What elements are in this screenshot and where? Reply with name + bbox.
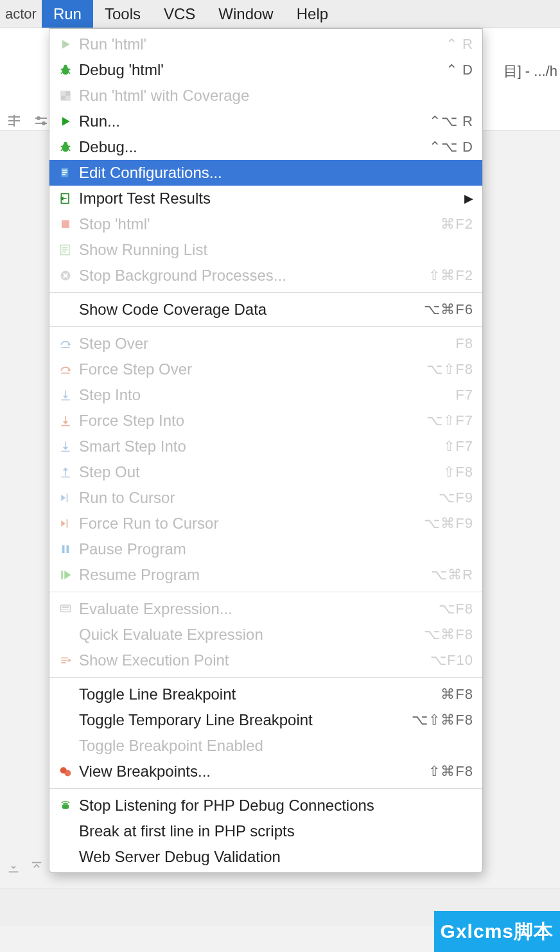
svg-rect-21 <box>61 373 69 374</box>
svg-point-3 <box>64 65 67 69</box>
cursor-icon <box>56 490 75 506</box>
wrap-lines-icon[interactable] <box>6 113 22 128</box>
menubar-item-vcs[interactable]: VCS <box>152 0 207 28</box>
menu-separator <box>49 592 482 592</box>
svg-point-40 <box>64 770 71 777</box>
menu-item-label: Web Server Debug Validation <box>79 848 473 866</box>
menubar-item-refactor[interactable]: actor <box>0 0 42 28</box>
stepover-icon <box>56 362 75 377</box>
menu-item-run[interactable]: Run...⌃⌥ R <box>49 109 482 134</box>
svg-rect-38 <box>61 662 66 664</box>
menu-item-label: Show Code Coverage Data <box>79 301 424 319</box>
menu-item-toggle-breakpoint-enabled: Toggle Breakpoint Enabled <box>49 733 482 759</box>
menu-item-label: Stop Background Processes... <box>79 267 428 285</box>
svg-rect-33 <box>62 609 64 610</box>
play-icon <box>56 37 75 52</box>
blank-icon <box>56 627 75 642</box>
menu-item-shortcut: ⌥⌘R <box>431 567 473 583</box>
stop-icon <box>56 216 75 232</box>
bug-icon <box>56 139 75 155</box>
breakpoints-icon <box>56 764 75 779</box>
menubar-item-window[interactable]: Window <box>207 0 284 28</box>
menu-item-run-to-cursor: Run to Cursor⌥F9 <box>49 485 482 511</box>
list-icon <box>56 242 75 258</box>
menu-item-shortcut: ⌘F2 <box>441 216 473 233</box>
menu-item-shortcut: ⇧F7 <box>443 438 473 455</box>
menu-item-label: Toggle Temporary Line Breakpoint <box>79 711 412 729</box>
menu-item-step-out: Step Out⇧F8 <box>49 459 482 485</box>
menu-item-label: Step Into <box>79 386 455 404</box>
menu-item-shortcut: ⌥⇧F8 <box>426 361 473 378</box>
menu-item-evaluate-expression: Evaluate Expression...⌥F8 <box>49 596 482 622</box>
menu-item-label: Force Step Into <box>79 412 426 430</box>
svg-rect-10 <box>62 170 67 171</box>
svg-rect-18 <box>62 252 66 253</box>
execpoint-icon <box>56 653 75 668</box>
upload-icon[interactable] <box>30 860 44 874</box>
menu-item-label: View Breakpoints... <box>79 762 428 780</box>
menu-item-shortcut: ⌃ D <box>446 62 473 78</box>
menu-separator <box>49 292 482 293</box>
menu-item-show-execution-point: Show Execution Point⌥F10 <box>49 648 482 673</box>
menu-item-stop-listening-for-php-debug-connections[interactable]: Stop Listening for PHP Debug Connections <box>49 793 482 818</box>
blank-icon <box>56 738 75 754</box>
blank-icon <box>56 824 75 839</box>
menu-item-show-running-list: Show Running List <box>49 237 482 263</box>
menu-item-break-at-first-line-in-php-scripts[interactable]: Break at first line in PHP scripts <box>49 818 482 844</box>
svg-point-1 <box>42 122 45 125</box>
menu-item-shortcut: ⇧F8 <box>443 464 473 480</box>
menu-item-label: Break at first line in PHP scripts <box>79 822 473 840</box>
stepinto-icon <box>56 387 75 403</box>
svg-rect-37 <box>61 660 68 661</box>
play-icon <box>56 114 75 129</box>
svg-rect-36 <box>61 658 68 659</box>
svg-rect-35 <box>67 609 68 610</box>
stepover-icon <box>56 336 75 351</box>
menu-item-label: Step Out <box>79 463 443 481</box>
menu-separator <box>49 788 482 789</box>
menu-item-label: Import Test Results <box>79 190 462 207</box>
menu-item-step-over: Step OverF8 <box>49 331 482 357</box>
menu-item-shortcut: ⌘F8 <box>441 686 473 703</box>
menu-item-shortcut: F8 <box>455 335 473 352</box>
watermark-badge: Gxlcms脚本 <box>434 911 560 952</box>
menu-item-shortcut: ⌥⌘F9 <box>424 515 473 532</box>
menu-separator <box>49 326 482 327</box>
menu-item-toggle-temporary-line-breakpoint[interactable]: Toggle Temporary Line Breakpoint⌥⇧⌘F8 <box>49 707 482 733</box>
menu-item-shortcut: F7 <box>455 387 473 403</box>
menu-item-shortcut: ⌥⌘F8 <box>424 626 473 643</box>
menu-item-shortcut: ⌥⇧F7 <box>426 412 473 429</box>
menubar-item-run[interactable]: Run <box>42 0 93 28</box>
menu-item-label: Force Step Over <box>79 360 426 378</box>
menu-item-label: Toggle Line Breakpoint <box>79 685 441 703</box>
menu-item-web-server-debug-validation[interactable]: Web Server Debug Validation <box>49 844 482 870</box>
settings-icon[interactable] <box>33 113 49 128</box>
menu-item-label: Run 'html' <box>79 35 446 53</box>
menu-item-label: Show Execution Point <box>79 651 430 669</box>
menu-item-import-test-results[interactable]: Import Test Results▶ <box>49 186 482 211</box>
svg-rect-22 <box>61 400 69 401</box>
menu-item-label: Resume Program <box>79 566 431 584</box>
menu-item-pause-program: Pause Program <box>49 536 482 562</box>
menu-item-shortcut: ⌥⌘F6 <box>424 301 473 318</box>
menubar-item-tools[interactable]: Tools <box>93 0 152 28</box>
svg-rect-41 <box>62 804 69 809</box>
menu-item-debug[interactable]: Debug...⌃⌥ D <box>49 134 482 160</box>
menu-item-debug-html[interactable]: Debug 'html'⌃ D <box>49 57 482 83</box>
menu-item-show-code-coverage-data[interactable]: Show Code Coverage Data⌥⌘F6 <box>49 297 482 322</box>
svg-rect-16 <box>62 247 67 249</box>
menu-item-edit-configurations[interactable]: Edit Configurations... <box>49 160 482 186</box>
menu-item-label: Edit Configurations... <box>79 164 473 182</box>
menu-item-view-breakpoints[interactable]: View Breakpoints...⇧⌘F8 <box>49 759 482 784</box>
menu-separator <box>49 677 482 678</box>
editor-tab-label: 目] - .../h <box>503 62 557 81</box>
menu-item-shortcut: ⌥⇧⌘F8 <box>412 712 473 728</box>
svg-rect-14 <box>62 220 69 228</box>
download-icon[interactable] <box>6 860 21 874</box>
menu-item-toggle-line-breakpoint[interactable]: Toggle Line Breakpoint⌘F8 <box>49 682 482 707</box>
menubar-item-help[interactable]: Help <box>285 0 340 28</box>
stepinto-icon <box>56 413 75 428</box>
bug-icon <box>56 62 75 78</box>
svg-rect-42 <box>9 871 19 872</box>
edit-icon <box>56 165 75 181</box>
